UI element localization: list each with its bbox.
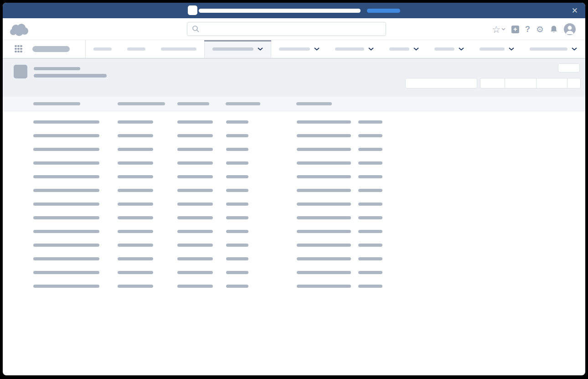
chevron-down-icon[interactable] (459, 47, 464, 51)
search-input[interactable] (203, 22, 386, 36)
cell-placeholder (297, 244, 351, 247)
table-row (3, 225, 585, 239)
cell-placeholder (33, 202, 99, 206)
cell-placeholder (118, 148, 153, 151)
cell-placeholder (297, 161, 351, 165)
table-row (3, 252, 585, 266)
cell-placeholder (226, 189, 248, 192)
screen: { "colors": { "titlebar_bg": "#2e4e7e", … (0, 0, 588, 379)
cell-placeholder (33, 148, 99, 151)
user-avatar[interactable] (564, 23, 576, 35)
nav-tab[interactable] (382, 40, 427, 58)
nav-tab[interactable] (204, 40, 271, 58)
cell-placeholder (297, 230, 351, 233)
favorites-button[interactable]: ☆ (492, 25, 505, 34)
cell-placeholder (118, 271, 153, 274)
cell-placeholder (118, 161, 153, 165)
nav-tab[interactable] (327, 40, 382, 58)
chevron-down-icon[interactable] (258, 47, 263, 51)
table-row (3, 266, 585, 280)
column-header-placeholder (226, 102, 260, 105)
cell-placeholder (358, 257, 382, 260)
list-control-button[interactable] (567, 78, 580, 88)
help-button[interactable]: ? (525, 25, 530, 34)
table-row (3, 129, 585, 143)
chevron-down-icon[interactable] (314, 47, 320, 51)
chevron-down-icon[interactable] (413, 47, 419, 51)
list-control-button[interactable] (536, 78, 567, 88)
cell-placeholder (297, 175, 351, 178)
cloud-logo-icon[interactable] (9, 22, 30, 36)
tab-label-placeholder (212, 47, 253, 51)
page-subtitle-placeholder (34, 74, 107, 78)
nav-app-section (3, 40, 86, 58)
tab-label-placeholder (434, 47, 454, 51)
chevron-down-icon[interactable] (572, 47, 577, 51)
table-row (3, 197, 585, 211)
cell-placeholder (177, 244, 213, 247)
cell-placeholder (358, 202, 382, 206)
chevron-down-icon[interactable] (368, 47, 374, 51)
search-icon (192, 25, 200, 33)
column-header-placeholder (296, 102, 332, 105)
table-row (3, 280, 585, 293)
nav-tab[interactable] (427, 40, 472, 58)
add-button[interactable]: + (511, 26, 519, 33)
browser-titlebar: ✕ (3, 3, 585, 18)
cell-placeholder (118, 120, 153, 124)
nav-tab[interactable] (522, 40, 585, 58)
cell-placeholder (358, 230, 382, 233)
entity-icon (14, 65, 27, 78)
notifications-button[interactable] (550, 25, 558, 34)
setup-button[interactable]: ⚙ (536, 25, 544, 34)
cell-placeholder (118, 244, 153, 247)
cell-placeholder (177, 271, 213, 274)
nav-tab[interactable] (119, 40, 153, 58)
chevron-down-icon[interactable] (509, 47, 514, 51)
cell-placeholder (358, 271, 382, 274)
tab-label-placeholder (93, 47, 112, 51)
cell-placeholder (33, 257, 99, 260)
cell-placeholder (33, 271, 99, 274)
cell-placeholder (226, 148, 248, 151)
cell-placeholder (226, 285, 248, 288)
cell-placeholder (297, 271, 351, 274)
cell-placeholder (297, 257, 351, 260)
nav-tab[interactable] (472, 40, 522, 58)
cell-placeholder (226, 244, 248, 247)
nav-tab[interactable] (153, 40, 204, 58)
cell-placeholder (177, 120, 213, 124)
table-row (3, 115, 585, 129)
cell-placeholder (118, 216, 153, 219)
close-icon[interactable]: ✕ (572, 3, 578, 18)
app-launcher-icon[interactable] (15, 45, 23, 53)
cell-placeholder (177, 134, 213, 137)
cell-placeholder (118, 175, 153, 178)
tab-favicon-placeholder (188, 5, 197, 15)
header-actions: ☆ + ? ⚙ (492, 18, 576, 40)
table-row (3, 184, 585, 197)
cell-placeholder (297, 120, 351, 124)
list-controls-button-group (480, 78, 581, 88)
cell-placeholder (118, 189, 153, 192)
nav-tab[interactable] (271, 40, 327, 58)
list-search-box[interactable] (405, 78, 477, 88)
table-row (3, 211, 585, 225)
list-control-button[interactable] (505, 78, 536, 88)
cell-placeholder (118, 202, 153, 206)
global-search[interactable] (187, 22, 386, 36)
header-action-button[interactable] (558, 63, 580, 73)
list-control-button[interactable] (480, 78, 505, 88)
app-name-placeholder (32, 46, 70, 52)
cell-placeholder (177, 175, 213, 178)
cell-placeholder (226, 120, 248, 124)
cell-placeholder (177, 230, 213, 233)
cell-placeholder (358, 120, 382, 124)
nav-tabs (86, 40, 585, 58)
page-header (3, 58, 585, 97)
nav-tab[interactable] (86, 40, 119, 58)
cell-placeholder (226, 271, 248, 274)
cell-placeholder (33, 230, 99, 233)
chevron-down-icon (501, 28, 505, 31)
cell-placeholder (118, 230, 153, 233)
